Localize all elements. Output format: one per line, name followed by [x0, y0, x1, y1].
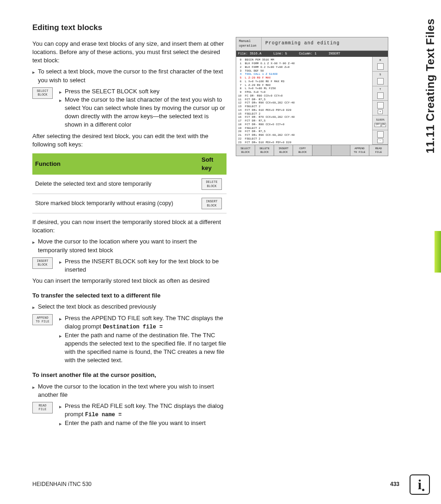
spindle-icon: [377, 78, 384, 85]
bullet-icon: [59, 314, 62, 331]
tnc-screenshot: Manual operation Programming and editing…: [236, 37, 388, 156]
insert-para: If desired, you can now insert the tempo…: [32, 218, 227, 235]
step-text: Press the INSERT BLOCK soft key for the …: [65, 257, 227, 274]
step-select-1: To select a text block, move the cursor …: [32, 67, 227, 84]
subhead-insert-file: To insert another file at the cursor pos…: [32, 371, 227, 379]
softkey-read-file: READ FILE: [32, 402, 53, 413]
ss-softkey: [312, 145, 331, 155]
subhead-transfer: To transfer the selected text to a diffe…: [32, 291, 227, 300]
step-text: Move the cursor to the location in the t…: [38, 383, 227, 399]
info-icon: i: [410, 474, 430, 495]
intro-text: You can copy and erase text blocks of an…: [32, 40, 227, 65]
heading: Editing text blocks: [32, 22, 227, 33]
fn-desc: Delete the selected text and store tempo…: [32, 175, 199, 194]
ss-softkey: APPEND TO FILE: [350, 145, 369, 155]
softkey-append-to-file: APPEND TO FILE: [32, 314, 53, 326]
ss-status-bar: File: 3516.A Line: 5 Column: 1 INSERT: [236, 51, 388, 57]
page-number: 433: [390, 480, 399, 488]
bullet-icon: [59, 331, 62, 365]
bullet-icon: [59, 402, 62, 419]
step-text: Move the cursor to the location where yo…: [38, 237, 227, 254]
bullet-icon: [59, 419, 62, 427]
ss-mode: Manual operation: [236, 37, 262, 50]
softkey-insert-block: INSERT BLOCK: [32, 257, 53, 269]
bullet-icon: [32, 67, 35, 84]
th-softkey: Soft key: [199, 153, 227, 175]
feed-icon: [377, 131, 384, 138]
bullet-icon: [32, 237, 35, 254]
ss-softkey: COPY BLOCK: [293, 145, 312, 155]
ss-softkey: DELETE BLOCK: [255, 145, 274, 155]
softkey-select-block: SELECT BLOCK: [32, 87, 53, 99]
function-table: Function Soft key Delete the selected te…: [32, 153, 227, 213]
side-accent: [435, 231, 441, 273]
step-text: Enter the path and name of the file you …: [65, 419, 206, 427]
footer-product: HEIDENHAIN iTNC 530: [32, 480, 92, 488]
ss-softkey-row: SELECT BLOCKDELETE BLOCKINSERT BLOCKCOPY…: [236, 145, 388, 155]
softkey-insert-block: INSERT BLOCK: [202, 198, 222, 209]
ss-softkey: [331, 145, 350, 155]
step-text: Select the text block as described previ…: [38, 303, 156, 311]
bullet-icon: [32, 383, 35, 399]
ss-softkey: SELECT BLOCK: [236, 145, 255, 155]
tool-t-icon: [377, 92, 384, 99]
ss-sidebar: M S T + S100%OFFON –: [372, 57, 388, 145]
ss-title: Programming and editing: [262, 37, 388, 50]
ss-softkey: READ FILE: [369, 145, 388, 155]
bullet-icon: [59, 87, 62, 96]
section-title-sidebar: 11.11 Creating Text Files: [423, 18, 438, 153]
th-function: Function: [32, 153, 199, 175]
bullet-icon: [59, 257, 62, 274]
page-footer: HEIDENHAIN iTNC 530 433: [32, 480, 399, 488]
step-text: Press the SELECT BLOCK soft key: [65, 87, 159, 96]
step-text: Move the cursor to the last character of…: [65, 96, 227, 129]
insert-note: You can insert the temporarily stored te…: [32, 277, 227, 285]
step-text: Press the READ FILE soft key. The TNC di…: [65, 402, 227, 419]
bullet-icon: [59, 96, 62, 129]
fn-desc: Store marked block temporarily without e…: [32, 194, 199, 213]
after-select-text: After selecting the desired text block, …: [32, 132, 227, 149]
softkey-delete-block: DELETE BLOCK: [202, 178, 222, 190]
tool-icon: [377, 63, 384, 70]
step-text: Press the APPEND TO FILE soft key. The T…: [65, 314, 227, 331]
bullet-icon: [32, 303, 35, 311]
feed-icon: [377, 102, 384, 109]
step-text: Enter the path and name of the destinati…: [65, 331, 227, 365]
ss-code-listing: 0 BEGIN PGM 3516 MM 1 BLK FORM 0.1 Z X-9…: [236, 57, 372, 145]
ss-softkey: INSERT BLOCK: [274, 145, 293, 155]
